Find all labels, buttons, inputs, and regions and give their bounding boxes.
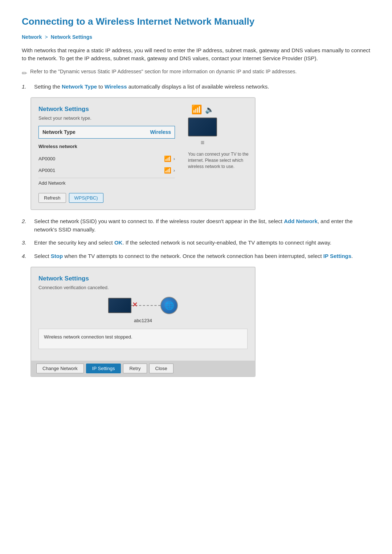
- ip-settings-button[interactable]: IP Settings: [86, 364, 121, 373]
- step-1-num: 1.: [22, 83, 30, 91]
- ip-settings-link[interactable]: IP Settings: [323, 253, 351, 259]
- network-type-value: Wireless: [150, 128, 171, 136]
- close-button[interactable]: Close: [149, 364, 173, 373]
- note-text: Refer to the "Dynamic versus Static IP A…: [30, 68, 297, 75]
- pencil-icon: ✏: [22, 69, 27, 78]
- tv-small-icon: [108, 298, 131, 313]
- wifi-icon-ap0001: 📶: [164, 166, 171, 175]
- page-title: Connecting to a Wireless Internet Networ…: [22, 15, 370, 29]
- panel2-title: Network Settings: [38, 274, 248, 283]
- tv-illustration: 📶 🔈 ≡: [188, 103, 217, 148]
- step-1: 1. Setting the Network Type to Wireless …: [22, 83, 370, 91]
- step-4-text: Select Stop when the TV attempts to conn…: [34, 252, 353, 260]
- chevron-ap0000: ›: [173, 155, 175, 163]
- breadcrumb: Network > Network Settings: [22, 33, 370, 41]
- tv-display: [188, 118, 217, 136]
- chevron-ap0001: ›: [173, 167, 175, 174]
- globe-icon: 🌐: [160, 297, 178, 314]
- network-name-ap0000: AP0000: [38, 155, 55, 163]
- wireless-section-title: Wireless network: [38, 143, 175, 150]
- add-network-item[interactable]: Add Network: [38, 178, 175, 188]
- step-2: 2. Select the network (SSID) you want to…: [22, 217, 370, 234]
- wifi-broadcast-icon: 📶: [191, 103, 202, 116]
- tv-description: You can connect your TV to the internet.…: [188, 151, 249, 169]
- network-item-ap0001[interactable]: AP0001 📶 ›: [38, 165, 175, 176]
- panel2-subtitle: Connection verification cancelled.: [38, 284, 248, 291]
- step-2-num: 2.: [22, 217, 30, 226]
- step-4-num: 4.: [22, 252, 30, 260]
- retry-button[interactable]: Retry: [123, 364, 147, 373]
- wifi-icon-ap0000: 📶: [164, 155, 171, 163]
- wps-button[interactable]: WPS(PBC): [69, 193, 103, 203]
- connection-diagram: ✕ 🌐: [38, 297, 248, 314]
- status-box: Wireless network connection test stopped…: [38, 329, 248, 349]
- status-text: Wireless network connection test stopped…: [44, 334, 132, 340]
- stop-link[interactable]: Stop: [51, 253, 63, 259]
- network-type-row[interactable]: Network Type Wireless: [38, 126, 175, 139]
- network-item-ap0000[interactable]: AP0000 📶 ›: [38, 153, 175, 165]
- panel-2-container: Network Settings Connection verification…: [30, 267, 370, 377]
- ok-link[interactable]: OK: [114, 239, 123, 246]
- panel-1-container: Network Settings Select your network typ…: [30, 97, 370, 210]
- network-type-link[interactable]: Network Type: [62, 83, 97, 90]
- panel1-title: Network Settings: [38, 104, 175, 114]
- refresh-button[interactable]: Refresh: [38, 193, 66, 203]
- step-3-text: Enter the security key and select OK. If…: [34, 239, 331, 247]
- panel1-subtitle: Select your network type.: [38, 115, 175, 122]
- network-type-label: Network Type: [42, 128, 75, 136]
- add-network-link[interactable]: Add Network: [284, 218, 318, 224]
- breadcrumb-settings[interactable]: Network Settings: [51, 34, 92, 40]
- note-block: ✏ Refer to the "Dynamic versus Static IP…: [22, 68, 370, 78]
- step-3: 3. Enter the security key and select OK.…: [22, 239, 370, 247]
- breadcrumb-separator: >: [45, 34, 48, 40]
- step-1-text: Setting the Network Type to Wireless aut…: [34, 83, 269, 91]
- intro-text: With networks that require a static IP a…: [22, 46, 370, 63]
- x-mark-icon: ✕: [132, 300, 138, 310]
- change-network-button[interactable]: Change Network: [36, 364, 84, 373]
- speaker-icon: 🔈: [205, 104, 214, 115]
- step-4: 4. Select Stop when the TV attempts to c…: [22, 252, 370, 260]
- network-settings-panel-1: Network Settings Select your network typ…: [30, 97, 256, 210]
- network-settings-panel-2: Network Settings Connection verification…: [30, 267, 256, 377]
- wireless-link[interactable]: Wireless: [105, 83, 127, 90]
- tv-stand-icon: ≡: [201, 138, 205, 148]
- panel2-buttons: Change Network IP Settings Retry Close: [31, 361, 255, 376]
- step-3-num: 3.: [22, 239, 30, 247]
- step-2-text: Select the network (SSID) you want to co…: [34, 217, 370, 234]
- network-name-ap0001: AP0001: [38, 167, 55, 174]
- breadcrumb-network[interactable]: Network: [22, 34, 42, 40]
- ssid-label: abc1234: [38, 317, 248, 324]
